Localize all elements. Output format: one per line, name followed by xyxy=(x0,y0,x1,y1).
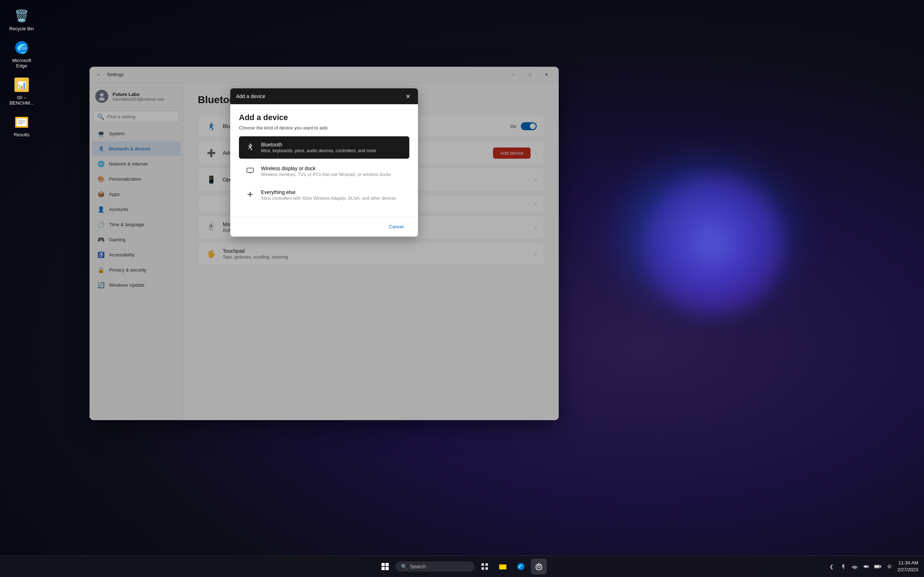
svg-rect-36 xyxy=(875,566,880,567)
taskbar-search-icon: 🔍 xyxy=(401,564,407,569)
clock-date: 2/27/2023 xyxy=(897,567,918,573)
battery-tray-icon[interactable] xyxy=(873,561,883,572)
svg-rect-22 xyxy=(485,563,488,566)
svg-rect-27 xyxy=(499,564,502,566)
svg-rect-21 xyxy=(481,563,484,566)
start-button[interactable] xyxy=(377,559,393,574)
svg-rect-16 xyxy=(247,168,254,172)
dialog-titlebar: Add a device ✕ xyxy=(230,89,418,104)
wireless-option-title: Wireless display or dock xyxy=(261,166,391,171)
edge-image xyxy=(13,39,30,56)
network-tray-icon[interactable] xyxy=(850,561,860,572)
system-tray: ❮ xyxy=(827,561,894,572)
recycle-bin-icon[interactable]: 🗑️ Recycle Bin xyxy=(7,7,36,32)
svg-rect-7 xyxy=(18,122,25,122)
taskbar-search-label: Search xyxy=(410,564,426,569)
windows-logo xyxy=(381,563,389,570)
edge-label: Microsoft Edge xyxy=(7,58,36,69)
settings-window: ← Settings − □ ✕ Future Labs xyxy=(89,67,559,420)
results-icon[interactable]: Results xyxy=(7,113,36,138)
svg-rect-26 xyxy=(499,566,506,569)
dialog-body: Add a device Choose the kind of device y… xyxy=(230,104,418,216)
svg-rect-8 xyxy=(18,123,23,124)
svg-text:📊: 📊 xyxy=(17,81,26,89)
benchmarks-image: 📊 xyxy=(13,76,30,93)
taskbar: 🔍 Search xyxy=(0,555,924,577)
dialog-title: Add a device xyxy=(239,113,409,122)
taskbar-right: ❮ xyxy=(827,560,918,573)
desktop-icons: 🗑️ Recycle Bin Microsoft Edge 📊 xyxy=(7,7,36,138)
bluetooth-option-icon xyxy=(245,143,255,152)
svg-rect-35 xyxy=(881,566,881,567)
svg-marker-33 xyxy=(864,565,867,568)
dialog-overlay: Add a device ✕ Add a device Choose the k… xyxy=(89,67,559,420)
svg-rect-23 xyxy=(481,567,484,570)
file-explorer-button[interactable] xyxy=(495,559,511,574)
recycle-bin-label: Recycle Bin xyxy=(10,26,34,32)
bluetooth-option-content: Bluetooth Mice, keyboards, pens, audio d… xyxy=(261,142,376,153)
results-label: Results xyxy=(14,132,29,138)
dialog-footer: Cancel xyxy=(230,216,418,237)
clock-time: 11:34 AM xyxy=(898,560,918,566)
svg-point-1 xyxy=(20,46,27,50)
svg-rect-6 xyxy=(18,121,25,121)
svg-point-28 xyxy=(517,563,525,570)
dialog-titlebar-text: Add a device xyxy=(236,93,265,99)
dialog-subtitle: Choose the kind of device you want to ad… xyxy=(239,125,409,131)
taskbar-center: 🔍 Search xyxy=(377,559,547,574)
device-option-bluetooth[interactable]: Bluetooth Mice, keyboards, pens, audio d… xyxy=(239,136,409,159)
benchmarks-label: 00 – BENCHM... xyxy=(7,95,36,106)
wireless-option-content: Wireless display or dock Wireless monito… xyxy=(261,166,391,177)
svg-rect-24 xyxy=(485,567,488,570)
everything-option-content: Everything else Xbox controllers with Xb… xyxy=(261,189,396,201)
bluetooth-tray-icon[interactable] xyxy=(838,561,848,572)
dialog-close-button[interactable]: ✕ xyxy=(404,92,412,101)
volume-tray-icon[interactable] xyxy=(861,561,871,572)
clock-area[interactable]: 11:34 AM 2/27/2023 xyxy=(897,560,918,573)
everything-option-desc: Xbox controllers with Xbox Wireless Adap… xyxy=(261,196,396,201)
everything-option-title: Everything else xyxy=(261,189,396,195)
wireless-option-icon xyxy=(245,167,255,176)
microsoft-edge-icon[interactable]: Microsoft Edge xyxy=(7,39,36,69)
bluetooth-option-desc: Mice, keyboards, pens, audio devices, co… xyxy=(261,148,376,153)
svg-point-29 xyxy=(538,565,540,567)
add-device-dialog: Add a device ✕ Add a device Choose the k… xyxy=(230,89,418,237)
task-view-button[interactable] xyxy=(477,559,493,574)
svg-point-32 xyxy=(855,568,855,569)
settings-taskbar-button[interactable] xyxy=(531,559,547,574)
cancel-button[interactable]: Cancel xyxy=(383,221,409,232)
everything-option-icon xyxy=(245,191,255,200)
device-option-wireless[interactable]: Wireless display or dock Wireless monito… xyxy=(239,160,409,182)
device-option-everything[interactable]: Everything else Xbox controllers with Xb… xyxy=(239,184,409,206)
bluetooth-option-title: Bluetooth xyxy=(261,142,376,148)
wireless-option-desc: Wireless monitors, TVs, or PCs that use … xyxy=(261,172,391,177)
desktop: 🗑️ Recycle Bin Microsoft Edge 📊 xyxy=(0,0,924,577)
benchmarks-icon[interactable]: 📊 00 – BENCHM... xyxy=(7,76,36,106)
results-image xyxy=(13,113,30,131)
settings-tray-icon[interactable]: ⚙ xyxy=(884,561,894,572)
taskbar-search-button[interactable]: 🔍 Search xyxy=(395,561,475,572)
recycle-bin-image: 🗑️ xyxy=(13,7,30,24)
chevron-tray-icon[interactable]: ❮ xyxy=(827,561,837,572)
edge-taskbar-button[interactable] xyxy=(513,559,529,574)
